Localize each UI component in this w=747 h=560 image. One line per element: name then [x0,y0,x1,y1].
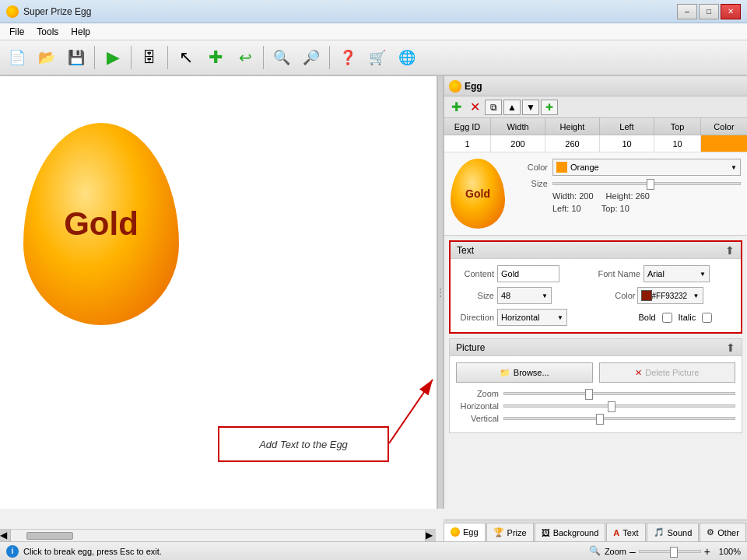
delete-picture-button[interactable]: ✕ Delete Picture [599,362,736,383]
italic-checkbox[interactable] [702,313,712,323]
save-button[interactable]: 💾 [62,44,90,72]
size-prop-label: Size [513,179,548,188]
color-field-dropdown[interactable]: #FF93232 ▼ [637,287,703,304]
delete-label: Delete Picture [645,368,699,377]
horizontal-slider[interactable] [503,404,735,408]
open-button[interactable]: 📂 [33,44,61,72]
zoom-button[interactable]: 🔎 [297,44,325,72]
cursor-button[interactable]: ↖ [172,44,200,72]
zoom-slider-thumb[interactable] [670,547,678,558]
separator [263,46,264,69]
color-row: Color Orange ▼ [513,159,741,176]
direction-dropdown[interactable]: Horizontal ▼ [497,309,567,326]
vertical-slider[interactable] [503,417,735,420]
new-button[interactable]: 📄 [3,44,31,72]
globe-button[interactable]: 🌐 [393,44,421,72]
scroll-right-button[interactable]: ▶ [425,530,436,541]
browse-button[interactable]: 📁 Browse... [456,362,593,383]
size-slider[interactable] [552,182,741,185]
color-prop-label: Color [513,163,548,172]
maximize-button[interactable]: □ [699,4,719,19]
td-left: 10 [600,135,654,152]
zoom-row: Zoom [456,389,735,398]
svg-line-1 [389,380,433,443]
add-button[interactable]: ✚ [202,44,230,72]
left-value: Left: 10 [552,204,581,213]
size-row: Size [513,179,741,188]
background-tab[interactable]: 🖼 Background [535,523,606,541]
text-tab[interactable]: A Text [606,523,645,541]
background-tab-icon: 🖼 [542,528,550,537]
text-fields: Content Font Name Arial ▼ Size 48 ▼ [451,259,741,332]
egg-table-row[interactable]: 1 200 260 10 10 [444,135,747,152]
move-up-button[interactable]: ▲ [503,100,521,115]
play-button[interactable]: ▶ [99,44,127,72]
content-input[interactable] [497,265,559,282]
other-tab[interactable]: ⚙ Other [700,523,746,541]
fontname-dropdown[interactable]: Arial ▼ [644,265,710,282]
zoom-out-button[interactable]: – [630,545,636,558]
egg-preview-area: Gold Color Orange ▼ Size [444,152,747,236]
horizontal-scrollbar[interactable]: ◀ ▶ [0,529,436,541]
horizontal-slider-thumb[interactable] [608,401,615,412]
search-button[interactable]: 🔍 [268,44,296,72]
egg-tab-icon [451,527,460,537]
main-area: Gold Add Text to the Egg [0,76,747,509]
menubar: File Tools Help [0,23,747,40]
sound-tab[interactable]: 🎵 Sound [647,523,700,541]
menu-tools[interactable]: Tools [30,25,65,39]
separator [131,46,132,69]
egg-panel-header: Egg [444,76,747,96]
content-label: Content [457,269,494,278]
content-row: Content [457,265,594,282]
remove-egg-button[interactable]: ✕ [466,100,483,115]
color-dropdown[interactable]: Orange ▼ [552,159,741,176]
cart-button[interactable]: 🛒 [363,44,391,72]
status-text: Click to break egg, press Esc to exit. [23,547,584,556]
egg-shape: Gold [23,123,179,325]
size-slider-thumb[interactable] [647,179,654,190]
vertical-slider-label: Vertical [456,414,499,423]
size-value: 48 [501,291,510,300]
zoom-slider-thumb[interactable] [585,389,593,400]
scroll-left-button[interactable]: ◀ [0,530,11,541]
egg-tab[interactable]: Egg [444,523,486,541]
copy-egg-button[interactable]: ⧉ [485,100,502,115]
vertical-slider-thumb[interactable] [596,414,604,425]
color-value: Orange [570,163,599,172]
prize-tab[interactable]: 🏆 Prize [486,523,534,541]
horizontal-slider-label: Horizontal [456,401,499,411]
th-top: Top [654,118,701,135]
menu-file[interactable]: File [3,25,30,39]
add-egg-button[interactable]: ✚ [447,100,465,115]
zoom-slider[interactable] [503,392,735,395]
prize-tab-label: Prize [507,528,527,537]
size-dropdown[interactable]: 48 ▼ [497,287,552,304]
minimize-button[interactable]: – [677,4,697,19]
move-down-button[interactable]: ▼ [522,100,539,115]
prize-tab-icon: 🏆 [493,527,504,537]
th-eggid: Egg ID [444,118,491,135]
egg-properties: Color Orange ▼ Size Width: [513,159,741,229]
vertical-row: Vertical [456,414,735,423]
dropdown-arrow: ▼ [542,292,548,299]
close-button[interactable]: ✕ [721,4,741,19]
picture-collapse-button[interactable]: ⬆ [726,341,735,354]
bold-checkbox[interactable] [662,313,672,323]
db-button[interactable]: 🗄 [135,44,163,72]
undo-button[interactable]: ↩ [231,44,259,72]
scroll-thumb[interactable] [26,532,73,540]
zoom-slider[interactable] [639,550,701,553]
menu-help[interactable]: Help [65,25,96,39]
browse-label: Browse... [514,368,549,377]
zoom-in-button[interactable]: + [704,545,710,558]
extra-button[interactable]: ✚ [541,100,558,115]
background-tab-label: Background [553,528,599,537]
zoom-controls: 🔍 Zoom – + 100% [589,545,741,558]
help-button[interactable]: ❓ [334,44,362,72]
text-collapse-button[interactable]: ⬆ [725,244,735,257]
statusbar: i Click to break egg, press Esc to exit.… [0,541,747,560]
panel-splitter[interactable] [437,76,444,509]
delete-icon: ✕ [635,368,642,378]
direction-label: Direction [457,313,494,322]
